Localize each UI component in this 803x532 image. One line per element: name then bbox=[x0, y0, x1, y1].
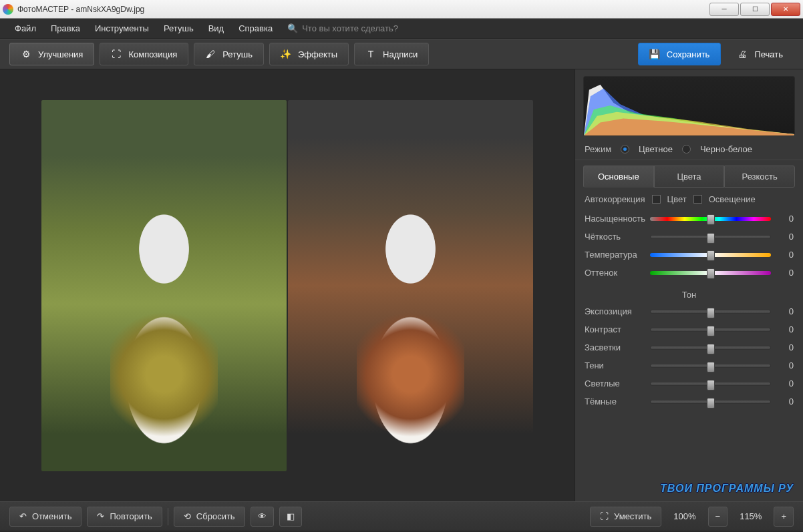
checkbox-light[interactable] bbox=[693, 195, 702, 204]
checkbox-color[interactable] bbox=[652, 195, 661, 204]
tone-heading: Тон bbox=[585, 286, 794, 306]
radio-bw[interactable] bbox=[682, 145, 691, 154]
panel-tabs: Основные Цвета Резкость bbox=[583, 166, 795, 188]
menu-help[interactable]: Справка bbox=[232, 21, 279, 36]
autocorrection-label: Автокоррекция bbox=[585, 194, 645, 204]
main-area: Режим Цветное Черно-белое Основные Цвета… bbox=[0, 69, 803, 501]
divider bbox=[168, 508, 168, 525]
slider-saturation: Насыщенность 0 bbox=[585, 214, 794, 224]
autocorrection-row: Автокоррекция Цвет Освещение bbox=[585, 194, 794, 204]
slider-temperature-track[interactable] bbox=[650, 253, 771, 257]
wand-icon: ✨ bbox=[281, 49, 291, 59]
maximize-button[interactable]: ☐ bbox=[740, 3, 770, 16]
slider-whites-track[interactable] bbox=[650, 382, 771, 386]
save-button[interactable]: 💾 Сохранить bbox=[638, 43, 721, 65]
window-controls: ─ ☐ ✕ bbox=[709, 3, 800, 16]
print-icon: 🖨 bbox=[737, 49, 748, 59]
fit-icon: ⛶ bbox=[600, 511, 609, 521]
radio-color-label: Цветное bbox=[639, 144, 673, 154]
close-button[interactable]: ✕ bbox=[771, 3, 800, 16]
slider-highlights-track[interactable] bbox=[650, 346, 771, 350]
zoom-in-button[interactable]: + bbox=[774, 507, 794, 527]
slider-shadows: Тени 0 bbox=[585, 360, 794, 370]
slider-tint-track[interactable] bbox=[650, 271, 771, 275]
reset-button[interactable]: ⟲ Сбросить bbox=[174, 507, 245, 527]
titlebar: ФотоМАСТЕР - amNskXA9gDw.jpg ─ ☐ ✕ bbox=[0, 0, 803, 19]
slider-blacks: Тёмные 0 bbox=[585, 396, 794, 407]
tab-effects[interactable]: ✨ Эффекты bbox=[269, 43, 349, 65]
window-title: ФотоМАСТЕР - amNskXA9gDw.jpg bbox=[17, 5, 709, 14]
tab-sharpness[interactable]: Резкость bbox=[724, 166, 795, 188]
text-icon: T bbox=[365, 49, 376, 59]
mode-label: Режим bbox=[585, 144, 611, 154]
right-panel: Режим Цветное Черно-белое Основные Цвета… bbox=[575, 69, 803, 501]
save-icon: 💾 bbox=[649, 49, 660, 59]
tab-enhance[interactable]: ⚙ Улучшения bbox=[9, 43, 94, 65]
slider-contrast-track[interactable] bbox=[650, 328, 771, 332]
histogram bbox=[583, 76, 795, 136]
statusbar: ↶ Отменить ↷ Повторить ⟲ Сбросить 👁 ◧ ⛶ … bbox=[0, 501, 803, 531]
tab-captions[interactable]: T Надписи bbox=[354, 43, 429, 65]
preview-toggle-button[interactable]: 👁 bbox=[251, 507, 274, 527]
checkbox-light-label: Освещение bbox=[709, 194, 756, 204]
slider-clarity: Чёткость 0 bbox=[585, 232, 794, 242]
slider-highlights: Засветки 0 bbox=[585, 342, 794, 352]
app-icon bbox=[3, 4, 13, 15]
slider-contrast: Контраст 0 bbox=[585, 324, 794, 334]
compare-icon: ◧ bbox=[287, 511, 295, 521]
slider-whites: Светлые 0 bbox=[585, 378, 794, 388]
redo-button[interactable]: ↷ Повторить bbox=[87, 507, 162, 527]
search-placeholder: Что вы хотите сделать? bbox=[302, 23, 398, 33]
zoom-base[interactable]: 100% bbox=[667, 511, 702, 521]
tab-composition[interactable]: ⛶ Композиция bbox=[100, 43, 188, 65]
eye-icon: 👁 bbox=[258, 511, 267, 521]
redo-icon: ↷ bbox=[97, 511, 104, 521]
undo-icon: ↶ bbox=[19, 511, 27, 521]
menubar: Файл Правка Инструменты Ретушь Вид Справ… bbox=[0, 19, 803, 39]
menu-tools[interactable]: Инструменты bbox=[88, 21, 156, 36]
menu-view[interactable]: Вид bbox=[202, 21, 231, 36]
slider-saturation-track[interactable] bbox=[650, 217, 771, 221]
minimize-button[interactable]: ─ bbox=[709, 3, 739, 16]
canvas-before bbox=[41, 100, 287, 471]
checkbox-color-label: Цвет bbox=[667, 194, 687, 204]
slider-exposure: Экспозиция 0 bbox=[585, 306, 794, 316]
slider-blacks-track[interactable] bbox=[650, 400, 771, 404]
slider-temperature: Температура 0 bbox=[585, 250, 794, 260]
crop-icon: ⛶ bbox=[111, 49, 122, 59]
radio-bw-label: Черно-белое bbox=[700, 144, 752, 154]
brush-icon: 🖌 bbox=[205, 49, 216, 59]
slider-exposure-track[interactable] bbox=[650, 310, 771, 314]
print-button[interactable]: 🖨 Печать bbox=[726, 43, 794, 65]
before-after-view bbox=[41, 100, 533, 471]
tab-basic[interactable]: Основные bbox=[583, 166, 654, 188]
plus-icon: + bbox=[781, 511, 786, 521]
search-icon: 🔍 bbox=[287, 23, 298, 33]
toolbar: ⚙ Улучшения ⛶ Композиция 🖌 Ретушь ✨ Эффе… bbox=[0, 39, 803, 69]
tab-retouch[interactable]: 🖌 Ретушь bbox=[194, 43, 264, 65]
fit-button[interactable]: ⛶ Уместить bbox=[590, 507, 661, 527]
menu-retouch[interactable]: Ретушь bbox=[157, 21, 200, 36]
menu-file[interactable]: Файл bbox=[8, 21, 43, 36]
menu-edit[interactable]: Правка bbox=[44, 21, 87, 36]
compare-button[interactable]: ◧ bbox=[279, 507, 302, 527]
slider-shadows-track[interactable] bbox=[650, 364, 771, 368]
zoom-current: 115% bbox=[733, 511, 768, 521]
slider-tint: Оттенок 0 bbox=[585, 268, 794, 278]
panel-body: Автокоррекция Цвет Освещение Насыщенност… bbox=[575, 188, 803, 476]
tab-colors[interactable]: Цвета bbox=[654, 166, 725, 188]
undo-button[interactable]: ↶ Отменить bbox=[9, 507, 82, 527]
watermark: ТВОИ ПРОГРАММЫ РУ bbox=[575, 476, 803, 501]
sliders-icon: ⚙ bbox=[21, 49, 31, 59]
slider-clarity-track[interactable] bbox=[650, 235, 771, 239]
reset-icon: ⟲ bbox=[184, 511, 191, 521]
zoom-out-button[interactable]: − bbox=[708, 507, 728, 527]
mode-row: Режим Цветное Черно-белое bbox=[575, 139, 803, 160]
canvas-after bbox=[288, 100, 533, 471]
radio-color[interactable] bbox=[621, 145, 629, 154]
minus-icon: − bbox=[715, 511, 721, 521]
search-box[interactable]: 🔍 Что вы хотите сделать? bbox=[287, 23, 398, 33]
canvas-area[interactable] bbox=[0, 69, 575, 501]
